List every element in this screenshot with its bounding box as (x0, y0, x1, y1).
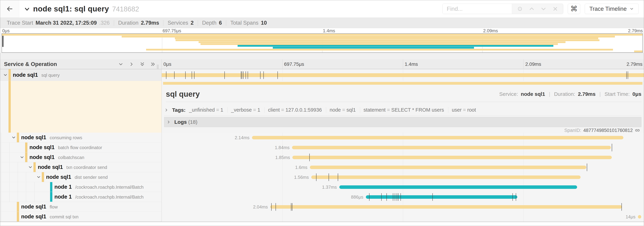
log-marker-tick (309, 154, 310, 161)
span-bar-cell[interactable]: 886μs (162, 192, 644, 202)
span-detail-section: sql queryService:node sql1|Duration:2.79… (0, 81, 644, 133)
span-bar[interactable] (292, 146, 611, 149)
span-tree-row[interactable]: node 1/cockroach.roachpb.Internal/Batch (0, 192, 162, 202)
tags-row[interactable]: Tags:_unfinished=1_verbose=1client=127.0… (164, 104, 642, 116)
tree-indent-guide (9, 192, 10, 202)
tree-indent-guide (1, 202, 1, 211)
span-bar[interactable] (638, 215, 641, 218)
expand-one-icon[interactable] (129, 62, 134, 67)
locate-icon[interactable] (517, 6, 523, 12)
span-bar[interactable] (252, 136, 624, 139)
tree-indent-guide (26, 182, 26, 192)
summary-value: 2 (191, 20, 194, 26)
axis-tick-label: 0μs (2, 28, 10, 34)
column-resize-handle[interactable] (157, 65, 158, 69)
span-bar-cell[interactable]: 1.6ms (162, 162, 644, 172)
log-marker-tick (224, 71, 225, 79)
summary-label: Services (168, 20, 188, 26)
collapse-all-icon[interactable] (140, 62, 145, 67)
prev-match-icon[interactable] (529, 6, 535, 12)
span-bar-cell[interactable] (162, 69, 644, 81)
span-tree-row[interactable]: node sql1consuming rows (0, 133, 162, 142)
operation-name: txn coordinator send (66, 165, 107, 170)
command-icon: ⌘ (570, 5, 578, 13)
span-bar-cell[interactable]: 1.56ms (162, 172, 644, 182)
span-bar[interactable] (310, 166, 586, 169)
log-marker-tick (246, 71, 246, 79)
span-tree-row[interactable]: node 1/cockroach.roachpb.Internal/Batch (0, 182, 162, 192)
log-marker-tick (393, 193, 393, 201)
log-marker-tick (192, 71, 192, 79)
span-duration-label: 14μs (626, 214, 638, 219)
back-button[interactable] (0, 0, 19, 18)
span-bar[interactable] (366, 195, 517, 199)
expand-all-icon[interactable] (150, 62, 156, 67)
keyboard-shortcuts-button[interactable]: ⌘ (568, 4, 580, 14)
chevron-right-icon[interactable] (166, 120, 171, 124)
axis-tick-label: 2.79ms (628, 28, 643, 34)
span-bar-cell[interactable]: 2.14ms (162, 133, 644, 142)
chevron-down-icon[interactable] (24, 6, 30, 12)
span-bar-cell[interactable]: 1.37ms (162, 182, 644, 192)
span-bar-cell[interactable]: 1.85ms (162, 152, 644, 162)
trace-minimap[interactable] (2, 33, 643, 53)
header-gap (0, 53, 644, 59)
span-tree-row[interactable]: node sql1commit sql txn (0, 212, 162, 222)
span-tree-row[interactable]: node sql1sql query (0, 69, 162, 81)
tag-equals: = (215, 107, 220, 113)
operation-name: commit sql txn (50, 214, 78, 219)
tree-indent-guide (1, 142, 1, 152)
clear-find-icon[interactable] (552, 6, 558, 12)
span-bar[interactable] (162, 73, 644, 77)
log-marker-tick (612, 144, 612, 151)
span-bar[interactable] (339, 185, 577, 189)
service-name: node sql1colbatchscan (30, 154, 84, 160)
minimap-scrubber-handle[interactable] (2, 36, 4, 47)
operation-name: /cockroach.roachpb.Internal/Batch (75, 194, 144, 200)
span-bar[interactable] (311, 175, 580, 179)
span-tree-row[interactable]: node sql1dist sender send (0, 172, 162, 182)
span-bar-cell[interactable]: 2.04ms (162, 202, 644, 212)
service-operation-header: Service & Operation (0, 59, 162, 69)
logs-row[interactable]: Logs (18) (164, 117, 642, 127)
span-bar[interactable] (292, 156, 612, 159)
log-marker-tick (194, 71, 194, 79)
summary-label: Total Spans (230, 20, 258, 26)
trace-view-dropdown[interactable]: Trace Timeline (585, 4, 639, 14)
span-tree-row[interactable]: node sql1flow (0, 202, 162, 212)
detail-left-highlight (11, 81, 162, 133)
tree-chevron-down-icon[interactable] (20, 155, 24, 160)
log-marker-tick (241, 71, 241, 79)
span-bar-cell[interactable]: 14μs (162, 212, 644, 222)
log-marker-tick (248, 71, 248, 79)
span-tree-row[interactable]: node sql1colbatchscan (0, 152, 162, 162)
summary-label: Trace Start (7, 20, 33, 26)
spanid-value: 4877749850101760812 (583, 128, 633, 133)
chevron-right-icon[interactable] (164, 108, 169, 112)
log-marker-tick (291, 203, 291, 211)
span-tree-row[interactable]: node sql1batch flow coordinator (0, 142, 162, 152)
link-icon[interactable] (635, 128, 640, 133)
service-name: node sql1txn coordinator send (38, 164, 107, 170)
tag-equals: = (386, 107, 391, 113)
summary-value: 2.79ms (141, 20, 159, 26)
meta-separator: | (598, 91, 602, 97)
collapse-one-icon[interactable] (118, 62, 124, 67)
log-marker-tick (316, 173, 316, 181)
minimap-span-bar (634, 51, 642, 52)
find-input[interactable] (442, 4, 512, 14)
tag-equals: = (462, 107, 467, 113)
span-tree-row[interactable]: node sql1txn coordinator send (0, 162, 162, 172)
tag-item: _unfinished=1 (189, 107, 228, 113)
meta-separator: | (548, 91, 551, 97)
span-bar-cell[interactable]: 1.84ms (162, 142, 644, 152)
next-match-icon[interactable] (540, 6, 546, 12)
tree-chevron-down-icon[interactable] (3, 73, 8, 77)
operation-name: /cockroach.roachpb.Internal/Batch (75, 184, 144, 190)
span-bar[interactable] (270, 205, 622, 209)
tree-chevron-down-icon[interactable] (36, 175, 41, 179)
service-name: node sql1flow (21, 204, 58, 210)
tree-chevron-down-icon[interactable] (28, 165, 33, 170)
tree-chevron-down-icon[interactable] (11, 135, 16, 140)
summary-label: Duration (118, 20, 138, 26)
